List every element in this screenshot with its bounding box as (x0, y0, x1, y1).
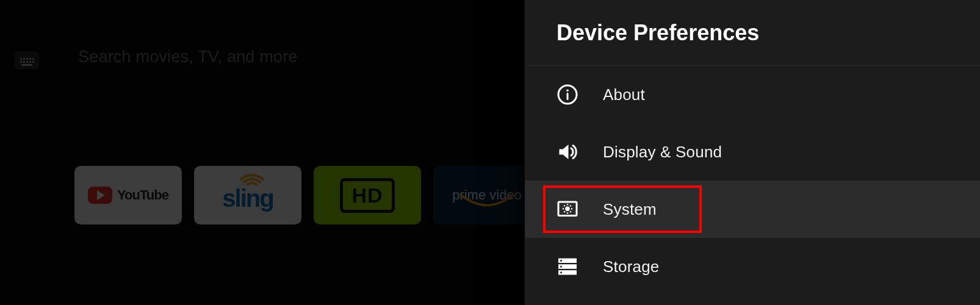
sling-icon (229, 179, 266, 188)
svg-line-11 (564, 211, 564, 212)
svg-point-4 (565, 207, 570, 212)
svg-point-18 (560, 271, 562, 273)
svg-point-16 (560, 260, 562, 262)
search-input[interactable]: Search movies, TV, and more (78, 48, 298, 66)
menu-item-system[interactable]: System (525, 181, 980, 238)
prime-smile-icon (459, 193, 514, 211)
menu-label: Display & Sound (603, 143, 722, 162)
menu-item-storage[interactable]: Storage (525, 238, 980, 295)
storage-icon (557, 256, 578, 278)
panel-header: Device Preferences (525, 0, 980, 66)
menu-item-about[interactable]: About (525, 66, 980, 123)
device-preferences-panel: Device Preferences About Display & Sound (525, 0, 980, 305)
menu-label: About (603, 85, 645, 104)
menu-item-display-sound[interactable]: Display & Sound (525, 123, 980, 181)
app-row: YouTube sling HD prime video (74, 166, 541, 224)
app-label: HD (340, 178, 394, 213)
app-tile-youtube[interactable]: YouTube (74, 166, 182, 224)
info-icon (557, 84, 578, 106)
panel-title: Device Preferences (557, 20, 759, 46)
app-label: sling (222, 185, 273, 212)
svg-line-12 (570, 211, 571, 212)
svg-line-9 (564, 206, 564, 206)
volume-icon (557, 141, 578, 163)
svg-line-10 (570, 206, 571, 206)
app-tile-sling[interactable]: sling (194, 166, 301, 224)
menu-label: Storage (603, 257, 659, 276)
svg-point-2 (566, 89, 569, 92)
system-settings-icon (557, 198, 578, 220)
home-background: Search movies, TV, and more YouTube slin… (0, 0, 525, 305)
app-tile-hd[interactable]: HD (314, 166, 421, 224)
youtube-icon (88, 187, 112, 204)
keyboard-icon[interactable] (15, 51, 39, 70)
menu-label: System (603, 200, 657, 219)
app-label: YouTube (117, 187, 168, 203)
svg-point-17 (560, 266, 562, 268)
